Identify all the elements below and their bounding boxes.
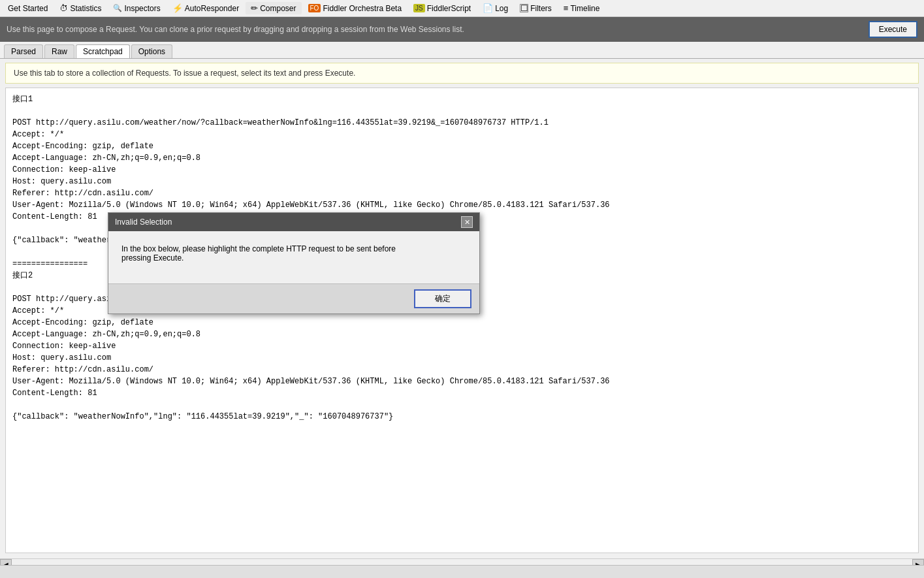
modal-footer: 确定 (108, 283, 479, 313)
modal-titlebar: Invalid Selection ✕ (108, 213, 479, 231)
modal-body: In the box below, please highlight the c… (108, 231, 479, 283)
modal-message-line2: pressing Execute. (121, 253, 466, 263)
modal-overlay: Invalid Selection ✕ In the box below, pl… (0, 0, 924, 578)
modal-message-line1: In the box below, please highlight the c… (121, 244, 466, 253)
modal-title: Invalid Selection (115, 217, 172, 227)
modal-ok-button[interactable]: 确定 (414, 289, 471, 308)
modal-close-button[interactable]: ✕ (461, 216, 473, 228)
modal-dialog: Invalid Selection ✕ In the box below, pl… (108, 212, 480, 314)
